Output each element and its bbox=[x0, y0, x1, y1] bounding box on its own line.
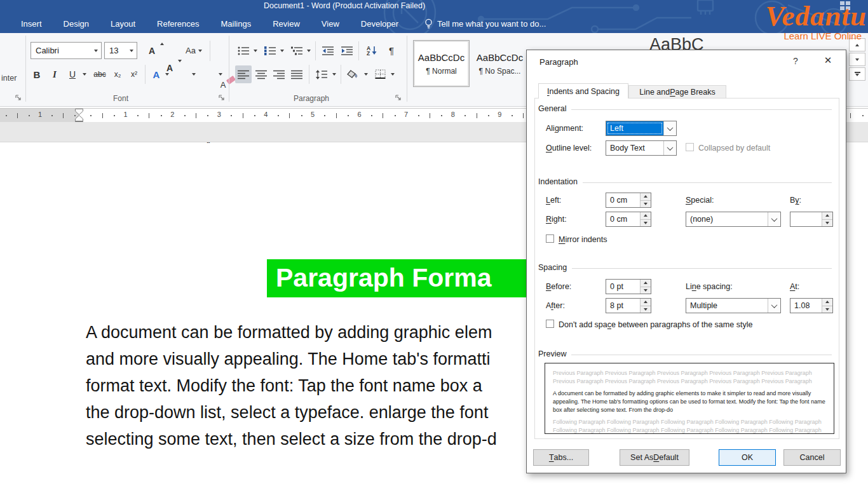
line-spacing-label: Line spacing: bbox=[686, 282, 733, 291]
dialog-close-button[interactable]: ✕ bbox=[819, 55, 837, 66]
grow-font-button[interactable]: A bbox=[144, 42, 160, 59]
style-preview: AaBbCcDc bbox=[477, 52, 523, 63]
numbered-list-button[interactable] bbox=[262, 42, 278, 59]
cancel-button[interactable]: Cancel bbox=[783, 449, 841, 466]
ribbon-tab[interactable]: Insert bbox=[10, 15, 53, 33]
dont-add-space-checkbox[interactable] bbox=[546, 320, 554, 328]
ribbon-tab[interactable]: Mailings bbox=[210, 15, 262, 33]
divider bbox=[358, 41, 359, 60]
bullet-list-button[interactable] bbox=[235, 42, 252, 59]
highlight-dropdown[interactable] bbox=[189, 65, 198, 83]
ribbon-tab[interactable]: View bbox=[311, 15, 350, 33]
bold-button[interactable]: B bbox=[29, 65, 44, 83]
decrease-indent-button[interactable] bbox=[319, 42, 337, 59]
styles-gallery-down-button[interactable] bbox=[849, 53, 865, 66]
tabs-button[interactable]: Tabs... bbox=[533, 449, 589, 466]
shading-button[interactable] bbox=[344, 65, 362, 83]
ribbon-tab[interactable]: Layout bbox=[100, 15, 146, 33]
spin-down-button[interactable] bbox=[641, 287, 651, 294]
subscript-button[interactable]: x₂ bbox=[109, 65, 126, 83]
tab-line-and-page-breaks[interactable]: Line and Page Breaks bbox=[628, 85, 726, 98]
mirror-indents-checkbox[interactable] bbox=[546, 234, 554, 243]
align-right-button[interactable] bbox=[271, 65, 287, 83]
set-as-default-button[interactable]: Set As Default bbox=[620, 449, 689, 466]
spin-up-button[interactable] bbox=[641, 280, 651, 287]
bullet-list-dropdown[interactable] bbox=[252, 42, 259, 59]
ok-button[interactable]: OK bbox=[719, 449, 776, 466]
multilevel-list-dropdown[interactable] bbox=[305, 42, 313, 59]
chevron-down-icon[interactable] bbox=[94, 50, 98, 52]
underline-dropdown[interactable] bbox=[80, 65, 89, 83]
text-effects-button[interactable]: A bbox=[149, 65, 164, 83]
chevron-down-icon[interactable] bbox=[768, 299, 780, 313]
line-spacing-dropdown[interactable]: Multiple bbox=[686, 298, 781, 313]
chevron-down-icon[interactable] bbox=[663, 141, 676, 155]
clipboard-dialog-launcher-icon[interactable] bbox=[15, 95, 22, 101]
style-normal[interactable]: AaBbCcDc ¶ Normal bbox=[413, 40, 470, 87]
ribbon-tab[interactable]: References bbox=[146, 15, 210, 33]
strikethrough-button[interactable]: abc bbox=[90, 65, 109, 83]
spin-down-button[interactable] bbox=[822, 306, 832, 313]
special-dropdown[interactable]: (none) bbox=[686, 212, 781, 227]
align-center-button[interactable] bbox=[253, 65, 269, 83]
spin-up-button[interactable] bbox=[822, 212, 832, 219]
font-dialog-launcher-icon[interactable] bbox=[219, 95, 225, 101]
sort-button[interactable]: AZ bbox=[362, 42, 381, 59]
special-by-spinner[interactable] bbox=[790, 212, 833, 227]
change-case-button[interactable]: Aa bbox=[182, 42, 206, 59]
chevron-down-icon[interactable] bbox=[768, 212, 780, 226]
paragraph-dialog-launcher-icon[interactable] bbox=[395, 95, 402, 101]
borders-dropdown[interactable] bbox=[389, 65, 397, 83]
spin-up-button[interactable] bbox=[641, 212, 651, 219]
tell-me-label: Tell me what you want to do... bbox=[437, 19, 546, 29]
spin-up-button[interactable] bbox=[822, 299, 832, 306]
align-left-button[interactable] bbox=[235, 65, 252, 83]
ruler-unit: 2 bbox=[126, 109, 173, 123]
styles-gallery-more-button[interactable] bbox=[849, 67, 865, 81]
increase-indent-button[interactable] bbox=[338, 42, 356, 59]
indent-right-spinner[interactable]: 0 cm bbox=[606, 212, 651, 227]
spin-down-button[interactable] bbox=[641, 306, 651, 313]
chevron-down-icon[interactable] bbox=[663, 121, 676, 135]
shading-dropdown[interactable] bbox=[362, 65, 370, 83]
spin-up-button[interactable] bbox=[641, 299, 651, 306]
italic-button[interactable]: I bbox=[47, 65, 62, 83]
dialog-help-button[interactable]: ? bbox=[789, 56, 803, 66]
ribbon-tab[interactable]: Developer bbox=[350, 15, 409, 33]
style-no-spacing[interactable]: AaBbCcDc ¶ No Spac... bbox=[471, 40, 528, 87]
alignment-dropdown[interactable]: Left bbox=[606, 121, 677, 136]
spacing-after-spinner[interactable]: 8 pt bbox=[606, 298, 651, 313]
font-color-dropdown[interactable] bbox=[216, 65, 224, 83]
spin-down-button[interactable] bbox=[822, 219, 832, 227]
chevron-down-icon bbox=[83, 73, 86, 76]
ribbon-tab[interactable]: Design bbox=[53, 15, 100, 33]
by-label: By: bbox=[790, 196, 801, 205]
spin-down-button[interactable] bbox=[641, 219, 651, 227]
subscript-glyph: x₂ bbox=[114, 70, 121, 79]
borders-button[interactable] bbox=[372, 65, 389, 83]
ribbon-tab[interactable]: Review bbox=[262, 15, 311, 33]
ribbon-tab-row: InsertDesignLayoutReferencesMailingsRevi… bbox=[0, 15, 546, 33]
spin-up-button[interactable] bbox=[641, 193, 651, 200]
show-hide-formatting-button[interactable]: ¶ bbox=[384, 42, 399, 59]
text-effects-dropdown[interactable] bbox=[163, 65, 171, 83]
group-divider bbox=[407, 36, 407, 102]
font-name-combobox[interactable]: Calibri bbox=[31, 42, 102, 59]
indent-left-spinner[interactable]: 0 cm bbox=[606, 193, 651, 208]
line-spacing-button[interactable] bbox=[313, 65, 330, 83]
numbered-list-dropdown[interactable] bbox=[278, 42, 286, 59]
line-spacing-at-spinner[interactable]: 1.08 bbox=[790, 298, 833, 313]
line-spacing-dropdown[interactable] bbox=[330, 65, 338, 83]
multilevel-list-button[interactable] bbox=[288, 42, 305, 59]
underline-button[interactable]: U bbox=[65, 65, 80, 83]
justify-button[interactable] bbox=[288, 65, 305, 83]
outline-level-dropdown[interactable]: Body Text bbox=[606, 140, 677, 156]
spacing-before-spinner[interactable]: 0 pt bbox=[606, 279, 651, 294]
chevron-down-icon[interactable] bbox=[130, 50, 133, 52]
tab-indents-and-spacing[interactable]: Indents and Spacing bbox=[538, 83, 628, 98]
font-size-combobox[interactable]: 13 bbox=[104, 42, 137, 59]
tell-me-box[interactable]: Tell me what you want to do... bbox=[424, 18, 546, 29]
spin-down-button[interactable] bbox=[641, 200, 651, 208]
collapsed-by-default-checkbox[interactable] bbox=[686, 143, 694, 151]
superscript-button[interactable]: x² bbox=[126, 65, 142, 83]
